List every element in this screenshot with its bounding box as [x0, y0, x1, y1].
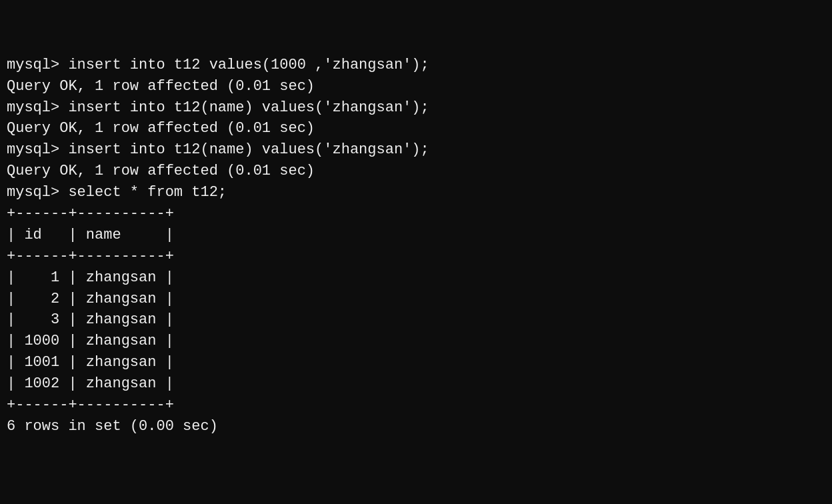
terminal-content: mysql> insert into t12 values(1000 ,'zha…: [7, 55, 825, 437]
terminal-line: | id | name |: [7, 225, 825, 246]
terminal-line: | 1002 | zhangsan |: [7, 373, 825, 395]
terminal-line: mysql> insert into t12(name) values('zha…: [7, 97, 825, 119]
terminal-line: | 1 | zhangsan |: [7, 267, 825, 289]
terminal-line: +------+----------+: [7, 395, 825, 416]
terminal-window[interactable]: mysql> insert into t12 values(1000 ,'zha…: [0, 0, 832, 504]
terminal-line: Query OK, 1 row affected (0.01 sec): [7, 161, 825, 182]
terminal-line: +------+----------+: [7, 203, 825, 225]
terminal-line: Query OK, 1 row affected (0.01 sec): [7, 118, 825, 139]
terminal-line: Query OK, 1 row affected (0.01 sec): [7, 76, 825, 97]
terminal-line: | 3 | zhangsan |: [7, 309, 825, 331]
terminal-line: | 1001 | zhangsan |: [7, 352, 825, 373]
terminal-line: | 1000 | zhangsan |: [7, 331, 825, 352]
terminal-line: mysql> insert into t12(name) values('zha…: [7, 139, 825, 161]
terminal-line: mysql> select * from t12;: [7, 182, 825, 203]
terminal-line: | 2 | zhangsan |: [7, 289, 825, 310]
terminal-line: 6 rows in set (0.00 sec): [7, 416, 825, 437]
terminal-line: mysql> insert into t12 values(1000 ,'zha…: [7, 55, 825, 76]
terminal-line: +------+----------+: [7, 246, 825, 267]
